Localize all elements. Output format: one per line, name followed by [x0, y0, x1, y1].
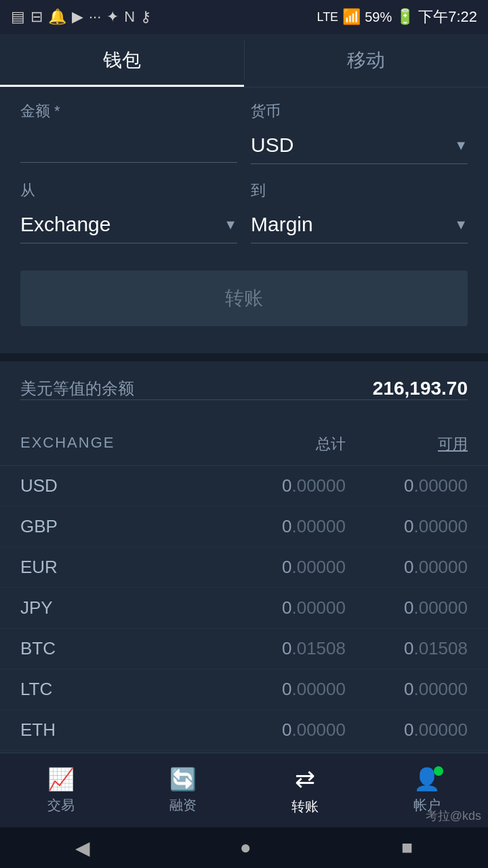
- nfc-icon: N: [124, 8, 135, 26]
- form-row-bottom: 从 Exchange ▼ 到 Margin ▼: [20, 180, 468, 243]
- from-value: Exchange: [20, 213, 110, 236]
- gesture-bar: ◀ ● ■: [0, 827, 488, 868]
- balance-label: 美元等值的余额: [20, 378, 134, 399]
- balance-row: 美元等值的余额 216,193.70: [20, 378, 468, 400]
- nav-transfer[interactable]: ⇄ 转账: [291, 765, 319, 816]
- tab-move[interactable]: 移动: [245, 34, 489, 87]
- to-group: 到 Margin ▼: [251, 180, 468, 243]
- exchange-values: 0.00000 0.00000: [264, 679, 468, 700]
- exchange-values: 0.00000 0.00000: [264, 475, 468, 496]
- available-value: 0.00000: [386, 557, 468, 578]
- currency-label: 货币: [251, 101, 468, 121]
- exchange-values: 0.00000 0.00000: [264, 557, 468, 578]
- amount-input[interactable]: [20, 127, 237, 163]
- table-row: ETH 0.00000 0.00000: [0, 710, 488, 751]
- to-select[interactable]: Margin ▼: [251, 206, 468, 243]
- currency-select-display[interactable]: USD ▼: [251, 127, 468, 163]
- to-chevron-icon: ▼: [454, 217, 468, 233]
- back-button[interactable]: ◀: [75, 837, 90, 859]
- currency-label: JPY: [20, 597, 102, 618]
- exchange-section-label: EXCHANGE: [20, 434, 115, 454]
- to-select-display[interactable]: Margin ▼: [251, 206, 468, 243]
- currency-value: USD: [251, 134, 293, 157]
- lte-indicator: LTE: [317, 10, 338, 24]
- home-button[interactable]: ●: [240, 837, 251, 859]
- col-header-available: 可用: [386, 434, 468, 454]
- exchange-table-header: EXCHANGE 总计 可用: [0, 423, 488, 466]
- form-section: 金额 * 货币 USD ▼ 从 Exchange: [0, 87, 488, 353]
- send-icon: ▶: [72, 8, 83, 26]
- currency-label: ETH: [20, 719, 102, 741]
- battery-icon: 🔋: [396, 8, 414, 26]
- status-bar: ▤ ⊟ 🔔 ▶ ··· ✦ N ⚷ LTE 📶 59% 🔋 下午7:22: [0, 0, 488, 34]
- total-value: 0.00000: [264, 475, 346, 496]
- battery-percent: 59%: [365, 9, 392, 25]
- recent-button[interactable]: ■: [401, 837, 413, 859]
- transfer-button[interactable]: 转账: [20, 271, 468, 326]
- exchange-values: 0.00000 0.00000: [264, 516, 468, 537]
- tab-wallet[interactable]: 钱包: [0, 34, 244, 87]
- total-value: 0.00000: [264, 557, 346, 578]
- to-value: Margin: [251, 213, 313, 236]
- status-left: ▤ ⊟ 🔔 ▶ ··· ✦ N ⚷: [11, 8, 151, 26]
- exchange-values: 0.01508 0.01508: [264, 638, 468, 659]
- currency-label: GBP: [20, 516, 102, 537]
- bell-icon: 🔔: [48, 8, 66, 26]
- bottom-nav: 📈 交易 🔄 融资 ⇄ 转账 👤 帐户: [0, 753, 488, 827]
- currency-label: EUR: [20, 557, 102, 578]
- s-icon: ⊟: [30, 8, 43, 26]
- currency-label: BTC: [20, 638, 102, 659]
- fund-icon: 🔄: [169, 766, 197, 792]
- nav-fund[interactable]: 🔄 融资: [169, 766, 197, 814]
- key-icon: ⚷: [140, 8, 151, 26]
- exchange-values: 0.00000 0.00000: [264, 719, 468, 741]
- from-group: 从 Exchange ▼: [20, 180, 237, 243]
- col-header-total: 总计: [264, 434, 346, 454]
- exchange-col-headers: 总计 可用: [264, 434, 468, 454]
- from-select-display[interactable]: Exchange ▼: [20, 206, 237, 243]
- form-row-top: 金额 * 货币 USD ▼: [20, 101, 468, 164]
- total-value: 0.01508: [264, 638, 346, 659]
- available-value: 0.00000: [386, 516, 468, 537]
- dots-icon: ···: [89, 8, 101, 26]
- main-tab-bar: 钱包 移动: [0, 34, 488, 87]
- nav-trade[interactable]: 📈 交易: [47, 766, 75, 814]
- total-value: 0.00000: [264, 679, 346, 700]
- from-label: 从: [20, 180, 237, 201]
- currency-select[interactable]: USD ▼: [251, 127, 468, 164]
- section-divider: [0, 353, 488, 361]
- table-row: USD 0.00000 0.00000: [0, 466, 488, 507]
- available-value: 0.00000: [386, 597, 468, 618]
- table-row: GBP 0.00000 0.00000: [0, 507, 488, 547]
- account-dot: [434, 766, 443, 776]
- table-row: JPY 0.00000 0.00000: [0, 588, 488, 629]
- available-value: 0.01508: [386, 638, 468, 659]
- available-value: 0.00000: [386, 475, 468, 496]
- exchange-values: 0.00000 0.00000: [264, 597, 468, 618]
- available-value: 0.00000: [386, 679, 468, 700]
- currency-label: LTC: [20, 679, 102, 700]
- total-value: 0.00000: [264, 719, 346, 741]
- status-right: LTE 📶 59% 🔋 下午7:22: [317, 7, 477, 27]
- from-chevron-icon: ▼: [224, 217, 237, 233]
- bluetooth-icon: ✦: [106, 8, 119, 26]
- time: 下午7:22: [418, 7, 477, 27]
- from-select[interactable]: Exchange ▼: [20, 206, 237, 243]
- transfer-btn-wrapper: 转账: [20, 260, 468, 333]
- balance-value: 216,193.70: [373, 378, 468, 399]
- total-value: 0.00000: [264, 597, 346, 618]
- watermark: 考拉@kds: [426, 808, 481, 824]
- signal-bars: 📶: [342, 8, 361, 26]
- amount-label: 金额 *: [20, 101, 237, 121]
- balance-section: 美元等值的余额 216,193.70: [0, 361, 488, 416]
- available-value: 0.00000: [386, 719, 468, 741]
- trade-icon: 📈: [47, 766, 75, 792]
- transfer-icon: ⇄: [295, 765, 315, 793]
- sim-icon: ▤: [11, 8, 25, 26]
- currency-label: USD: [20, 475, 102, 496]
- amount-group: 金额 *: [20, 101, 237, 164]
- currency-chevron-icon: ▼: [454, 138, 468, 153]
- to-label: 到: [251, 180, 468, 201]
- currency-group: 货币 USD ▼: [251, 101, 468, 164]
- table-row: BTC 0.01508 0.01508: [0, 629, 488, 669]
